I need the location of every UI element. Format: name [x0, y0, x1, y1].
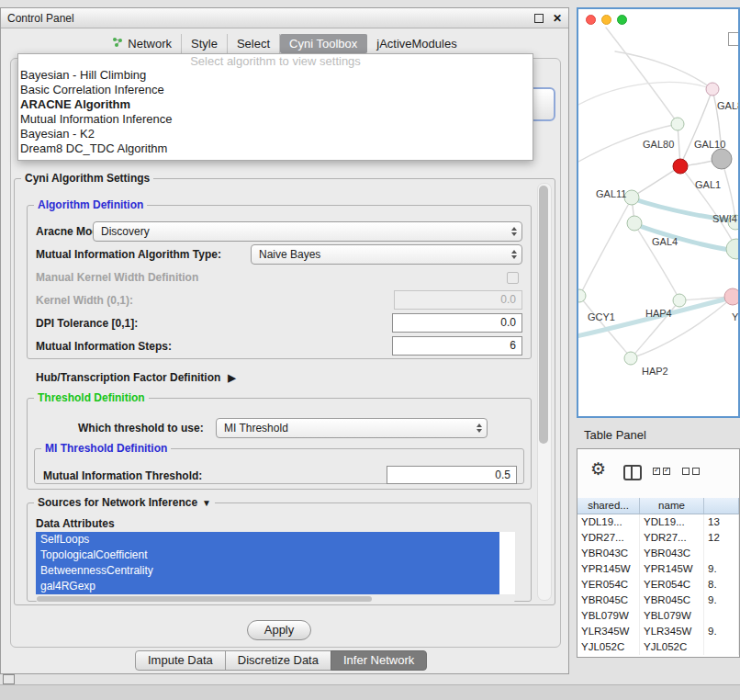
tab-jactivemodules[interactable]: jActiveModules	[367, 34, 465, 53]
table-cell: YBL079W	[640, 608, 704, 624]
table-row[interactable]: YLR345WYLR345W9.	[577, 624, 739, 639]
column-header[interactable]: name	[640, 498, 704, 514]
algorithm-option[interactable]: Basic Correlation Inference	[18, 83, 533, 97]
attributes-hscrollbar[interactable]	[36, 595, 515, 603]
float-panel-icon[interactable]	[534, 14, 544, 23]
table-cell: 13	[704, 514, 739, 530]
network-canvas[interactable]: GAL80GAL10GAL11GAL1SWI4GAL4GCY1HAP4HAP2G…	[578, 9, 738, 416]
close-panel-icon[interactable]: ✕	[553, 13, 562, 24]
algorithm-option[interactable]: Bayesian - K2	[18, 127, 533, 141]
table-cell: YDR27...	[577, 530, 640, 546]
tab-network[interactable]: Network	[103, 34, 182, 53]
group-title: MI Threshold Definition	[41, 442, 171, 455]
aracne-mode-combo[interactable]: Discovery	[93, 221, 522, 242]
network-node-label: SWI4	[712, 213, 737, 224]
network-node[interactable]	[706, 83, 719, 96]
control-panel-window: Control Panel ✕ Network Style Select Cyn…	[0, 7, 569, 674]
minimize-window-icon[interactable]	[601, 15, 611, 25]
settings-scrollbar[interactable]	[537, 183, 552, 601]
network-edge[interactable]	[680, 89, 712, 165]
network-node[interactable]	[624, 352, 637, 365]
network-node[interactable]	[724, 288, 738, 305]
network-node-label: Y	[732, 311, 738, 322]
settings-scrollbar-thumb[interactable]	[539, 186, 548, 444]
attribute-item[interactable]: BetweennessCentrality	[36, 563, 499, 579]
network-node[interactable]	[627, 216, 642, 231]
network-node[interactable]	[712, 149, 732, 169]
network-edge[interactable]	[634, 224, 736, 251]
attribute-item[interactable]: TopologicalCoefficient	[36, 548, 499, 563]
network-node-label: GAL80	[643, 139, 674, 150]
unselect-all-columns-icon[interactable]	[682, 468, 700, 475]
table-settings-gear-icon[interactable]: ⚙	[590, 460, 606, 478]
table-panel-window: ⚙ shared...name YDL19...YDL19...13YDR27.…	[577, 448, 740, 658]
network-node[interactable]	[578, 289, 586, 302]
tab-impute-data[interactable]: Impute Data	[135, 650, 226, 671]
aracne-mode-value: Discovery	[101, 225, 150, 238]
network-view-window[interactable]: GAL80GAL10GAL11GAL1SWI4GAL4GCY1HAP4HAP2G…	[577, 7, 740, 418]
table-row[interactable]: YBR045CYBR045C9.	[577, 593, 739, 608]
mi-type-combo[interactable]: Naive Bayes	[251, 244, 522, 265]
algorithm-option[interactable]: Dream8 DC_TDC Algorithm	[18, 141, 533, 156]
minimized-panel-icon[interactable]	[3, 674, 15, 684]
tab-select[interactable]: Select	[228, 34, 280, 53]
network-node[interactable]	[673, 294, 686, 307]
algorithm-option[interactable]: ARACNE Algorithm	[18, 97, 533, 112]
collapse-caret-icon[interactable]: ▼	[202, 498, 211, 508]
table-cell: YLR345W	[577, 624, 640, 639]
mi-steps-field[interactable]: 6	[392, 336, 522, 356]
algorithm-option[interactable]: Bayesian - Hill Climbing	[18, 68, 533, 83]
table-row[interactable]: YDL19...YDL19...13	[577, 514, 739, 530]
close-window-icon[interactable]	[586, 15, 596, 25]
network-node-label: GAL1	[695, 179, 721, 190]
network-node[interactable]	[673, 159, 688, 174]
bottom-tabs: Impute Data Discretize Data Infer Networ…	[135, 650, 427, 671]
manual-kernel-checkbox[interactable]	[507, 272, 519, 284]
table-cell: YER054C	[577, 577, 640, 593]
attributes-hscrollbar-thumb[interactable]	[37, 596, 372, 602]
network-edge[interactable]	[580, 198, 632, 295]
network-node-label: GAL4	[652, 236, 678, 247]
table-row[interactable]: YDR27...YDR27...12	[577, 530, 739, 546]
table-cell: 9.	[704, 624, 739, 639]
table-cell: YJL052C	[640, 639, 704, 655]
network-scroll-corner[interactable]	[728, 32, 740, 46]
kernel-width-field[interactable]: 0.0	[394, 290, 522, 310]
table-cell: YJL052C	[577, 639, 640, 655]
network-edge[interactable]	[615, 51, 712, 89]
tab-style[interactable]: Style	[182, 34, 228, 53]
attribute-item[interactable]: SelfLoops	[36, 532, 499, 548]
column-header[interactable]: shared...	[577, 498, 640, 514]
which-threshold-combo[interactable]: MI Threshold	[216, 418, 488, 438]
algorithm-option[interactable]: Mutual Information Inference	[18, 112, 533, 127]
column-header[interactable]	[704, 498, 739, 514]
apply-button[interactable]: Apply	[247, 620, 311, 640]
dpi-tolerance-field[interactable]: 0.0	[392, 313, 522, 333]
table-row[interactable]: YBR043CYBR043C	[577, 546, 739, 561]
select-all-columns-icon[interactable]	[653, 468, 670, 475]
show-columns-icon[interactable]	[623, 465, 642, 480]
mi-threshold-field[interactable]: 0.5	[387, 466, 517, 484]
network-edge[interactable]	[606, 28, 678, 123]
table-row[interactable]: YPR145WYPR145W9.	[577, 561, 739, 577]
attribute-item[interactable]: gal4RGexp	[36, 579, 499, 594]
table-row[interactable]: YJL052CYJL052C	[577, 639, 739, 655]
hub-definition-expander[interactable]: Hub/Transcription Factor Definition▶	[36, 368, 236, 387]
table-row[interactable]: YBL079WYBL079W	[577, 608, 739, 624]
network-edge[interactable]	[633, 166, 680, 197]
stepper-arrows-icon	[477, 419, 482, 437]
tab-discretize-data[interactable]: Discretize Data	[225, 650, 331, 671]
tab-cyni-toolbox[interactable]: Cyni Toolbox	[280, 34, 367, 53]
table-cell	[704, 546, 739, 561]
table-cell: YBR043C	[577, 546, 640, 561]
data-attributes-list[interactable]: SelfLoopsTopologicalCoefficientBetweenne…	[36, 532, 515, 594]
network-tab-icon	[112, 37, 123, 51]
zoom-window-icon[interactable]	[617, 15, 627, 25]
network-edge[interactable]	[578, 82, 712, 105]
tab-infer-network[interactable]: Infer Network	[331, 650, 427, 671]
network-node[interactable]	[671, 118, 684, 130]
table-cell: YDL19...	[640, 514, 704, 530]
control-panel-titlebar[interactable]: Control Panel ✕	[1, 8, 568, 28]
table-row[interactable]: YER054CYER054C8.	[577, 577, 739, 593]
network-node[interactable]	[726, 239, 738, 259]
